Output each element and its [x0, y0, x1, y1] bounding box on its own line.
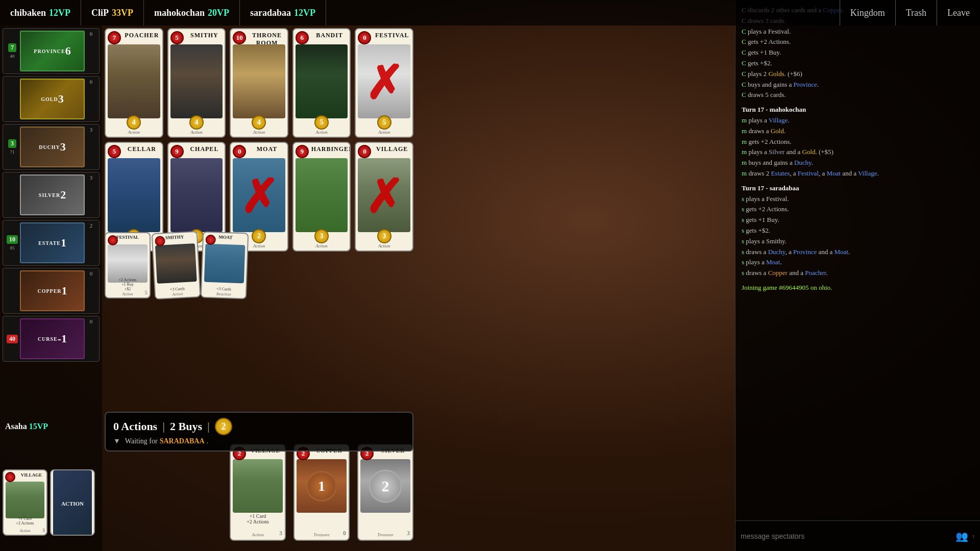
throneroom-cost: 10: [233, 31, 246, 44]
hand-silver-type: Treasure: [358, 532, 412, 537]
estate-pile[interactable]: 10 85 ESTATE 1 2: [3, 220, 100, 266]
log-s1: s: [742, 195, 744, 203]
played-festival: FESTIVAL +2 Actions+1 Buy+$2 Action 5: [105, 232, 151, 298]
played-smithy-img: [155, 243, 197, 284]
gold-image: GOLD 3: [20, 79, 85, 119]
log-s5: s: [742, 237, 744, 245]
poacher-title: Poacher: [124, 32, 160, 39]
played-cards-row: FESTIVAL +2 Actions+1 Buy+$2 Action 5 SM…: [105, 232, 248, 298]
poacher-pile[interactable]: 7 Poacher 4 Action: [105, 28, 163, 138]
chapel-image: [170, 158, 223, 232]
smithy-image: [170, 44, 223, 118]
bandit-pile[interactable]: 6 Bandit 5 Action: [292, 28, 351, 138]
played-moat-img: [204, 244, 246, 284]
gold-right-top: 6: [90, 79, 93, 85]
hand-card-silver[interactable]: 2 SILVER 2 2 Treasure 3: [357, 444, 413, 541]
curse-pile[interactable]: 40 CURSE -1 0: [3, 316, 100, 362]
message-input[interactable]: [741, 532, 954, 540]
nav-trash[interactable]: Trash: [895, 0, 937, 26]
game-log: C discards 2 other cards and a Copper. C…: [735, 0, 980, 520]
message-area[interactable]: 👥 ↑: [735, 520, 980, 551]
village-empty-x: [356, 143, 412, 251]
log-joining: Joining game #69644905 on ohio.: [742, 283, 974, 293]
silver-image: SILVER 2: [20, 174, 85, 215]
local-hand-area: VILLAGE +1 Card+2 Actions Action 3 ACTIO…: [3, 469, 95, 536]
player-chibaken: chibaken 12VP: [0, 0, 81, 26]
cellar-cost: 5: [108, 145, 121, 158]
log-s2: s gets +2 Actions.: [742, 205, 789, 213]
status-bar: 0 Actions | 2 Buys | 2 ▼ Waiting for SAR…: [105, 412, 413, 452]
played-festival-img: [108, 244, 148, 283]
log-s3: s gets +1 Buy.: [742, 216, 779, 223]
harbinger-pile[interactable]: 9 Harbinger 3 Action: [292, 142, 351, 252]
log-entry-5: C gets +1 Buy.: [742, 48, 781, 56]
duchy-name: DUCHY: [39, 144, 60, 150]
duchy-left: 3 71: [5, 139, 20, 155]
silver-right-top: 3: [90, 174, 93, 181]
hand-silver-num: 3: [407, 530, 410, 537]
local-player-name: Asaha 15VP: [5, 422, 48, 431]
copper-pile[interactable]: COPPER 1 0: [3, 268, 100, 314]
village-pile[interactable]: 0 Village 3 Action: [355, 142, 413, 252]
nav-leave[interactable]: Leave: [937, 0, 980, 26]
status-line1: 0 Actions | 2 Buys | 2: [113, 418, 405, 435]
bandit-bottom: 5 Action: [296, 115, 348, 135]
cellar-title: Cellar: [124, 145, 160, 153]
harbinger-image: [296, 158, 348, 232]
festival-pile[interactable]: 0 Festival 5 Action: [355, 28, 413, 138]
smithy-cost: 5: [170, 31, 184, 44]
local-player-area: Asaha 15VP: [5, 422, 48, 431]
hand-village-cost: [5, 472, 15, 482]
hand-village2-text: +1 Card+2 Actions: [233, 513, 283, 524]
hand-fence-img: ACTION: [53, 470, 92, 536]
estate-name: ESTATE: [38, 240, 61, 246]
nav-kingdom[interactable]: Kingdom: [840, 0, 895, 26]
bandit-title: Bandit: [311, 32, 348, 39]
hand-village-text: +1 Card+2 Actions: [6, 516, 44, 525]
player-chibaken-name: chibaken: [10, 8, 46, 18]
hand-village[interactable]: VILLAGE +1 Card+2 Actions Action 3: [3, 469, 47, 536]
silver-pile[interactable]: SILVER 2 3: [3, 172, 100, 218]
log-turn-17s: Turn 17 - saradabaa: [742, 183, 974, 194]
separator-1: |: [162, 420, 165, 433]
log-turn-17m: Turn 17 - mahokochan: [742, 105, 974, 115]
province-count-badge: 7: [8, 43, 16, 52]
curse-right-top: 0: [90, 318, 93, 324]
smithy-pile[interactable]: 5 Smithy 4 Action: [167, 28, 226, 138]
played-moat-cost: [205, 235, 216, 245]
hand-fence[interactable]: ACTION: [50, 469, 95, 536]
play-area: FESTIVAL +2 Actions+1 Buy+$2 Action 5 SM…: [105, 232, 248, 298]
estate-image: ESTATE 1: [20, 222, 85, 263]
festival-empty-x: [356, 29, 412, 137]
player-saradabaa-name: saradabaa: [250, 8, 291, 18]
duchy-vp: 3: [60, 140, 66, 154]
curse-count-badge: 40: [7, 335, 18, 343]
curse-name: CURSE: [38, 336, 58, 342]
curse-left: 40: [5, 335, 20, 343]
gold-pile[interactable]: GOLD 3 6: [3, 76, 100, 122]
hand-card-village[interactable]: 2 VILLAGE +1 Card+2 Actions Action 3: [230, 444, 286, 541]
played-festival-cost: [108, 235, 118, 245]
log-m4: m: [742, 148, 747, 156]
hand-copper-num: 0: [343, 530, 346, 537]
duchy-pile[interactable]: 3 71 DUCHY 3 3: [3, 124, 100, 170]
waiting-label: Waiting for: [125, 437, 158, 445]
curse-right: 0: [85, 318, 97, 359]
province-pile[interactable]: 7 40 PROVINCE 6 6: [3, 28, 100, 74]
duchy-count-badge: 3: [8, 139, 16, 148]
played-festival-text: +2 Actions+1 Buy+$2: [108, 278, 148, 291]
log-entry-7: C: [742, 70, 746, 78]
throneroom-bottom: 4 Action: [233, 115, 285, 135]
separator-2: |: [207, 420, 210, 433]
hand-copper-type: Treasure: [295, 532, 349, 537]
player-saradabaa: saradabaa 12VP: [240, 0, 326, 26]
harbinger-cost: 9: [296, 145, 309, 158]
gold-value: 3: [58, 92, 64, 106]
chevron-down-icon: ▼: [113, 437, 120, 445]
player-clip-vp: 33VP: [112, 8, 133, 18]
hand-village2-type: Action: [231, 532, 285, 537]
throneroom-pile[interactable]: 10 Throne Room 4 Action: [230, 28, 288, 138]
hand-card-copper[interactable]: 2 COPPER 1 1 Treasure 0: [293, 444, 350, 541]
kingdom-row-1: 7 Poacher 4 Action 5 Smithy 4 Action 10 …: [105, 28, 413, 138]
played-moat: MOAT +3 Cards Reaction: [201, 231, 249, 299]
